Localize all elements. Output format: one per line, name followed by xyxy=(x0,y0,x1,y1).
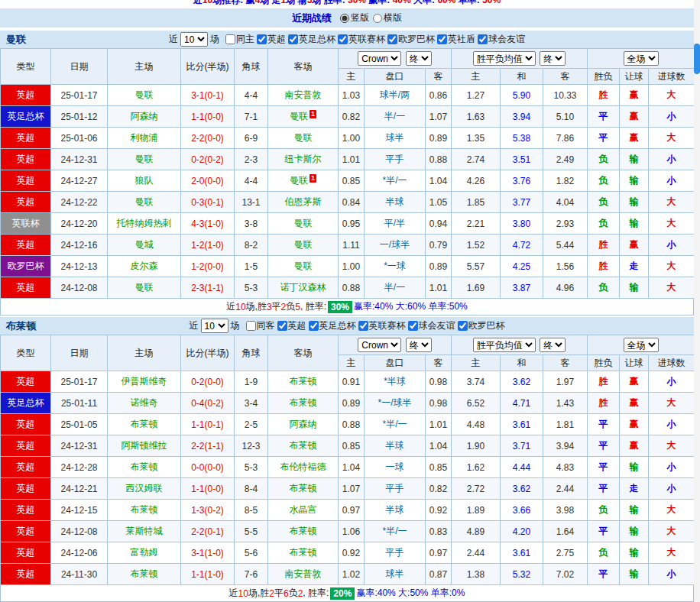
filter-checkbox[interactable] xyxy=(458,321,468,331)
filter-checkbox[interactable] xyxy=(277,321,287,331)
result-goals: 小 xyxy=(649,478,695,500)
filter-option-欧罗巴杯[interactable]: 欧罗巴杯 xyxy=(387,33,435,46)
filter-option-球会友谊[interactable]: 球会友谊 xyxy=(408,319,455,332)
section-home-team: 曼联 近 10 场 同主英超英足总杯英联赛杯欧罗巴杯英社盾球会友谊 类型 日期 … xyxy=(0,31,694,316)
filter-checkbox[interactable] xyxy=(225,34,235,44)
filter-option-英超[interactable]: 英超 xyxy=(277,319,306,332)
filter-option-同主[interactable]: 同主 xyxy=(225,33,254,46)
team-link[interactable]: 曼联 xyxy=(290,111,308,121)
bookmaker-select[interactable]: Crown xyxy=(358,338,401,352)
team-link[interactable]: 曼联 xyxy=(290,175,308,186)
team-link[interactable]: 曼联 xyxy=(135,89,154,100)
filter-checkbox[interactable] xyxy=(288,34,298,44)
team-link[interactable]: 布莱顿 xyxy=(131,504,158,515)
team-link[interactable]: 布莱顿 xyxy=(290,376,317,387)
team-link[interactable]: 布莱顿 xyxy=(131,568,158,579)
horizontal-layout-radio[interactable] xyxy=(373,14,382,23)
filter-option-英联赛杯[interactable]: 英联赛杯 xyxy=(338,33,385,46)
filter-checkbox[interactable] xyxy=(408,321,418,331)
team-link[interactable]: 水晶宫 xyxy=(290,504,317,515)
wdl-average-select[interactable]: 胜平负均值 xyxy=(473,338,536,352)
filter-checkbox[interactable] xyxy=(387,34,397,44)
vertical-layout-radio[interactable] xyxy=(340,14,349,23)
filter-option-英足总杯[interactable]: 英足总杯 xyxy=(288,33,335,46)
team-link[interactable]: 利物浦 xyxy=(131,132,158,143)
team-link[interactable]: 布莱顿 xyxy=(290,547,317,558)
table-header-row-1: 类型 日期 主场 比分(半场) 角球 客场 Crown 终 胜平负均值 终 xyxy=(1,49,695,69)
filter-checkbox[interactable] xyxy=(309,321,319,331)
team-link[interactable]: 阿森纳 xyxy=(131,111,158,121)
team-link[interactable]: 曼联 xyxy=(294,132,313,143)
filter-label: 英超 xyxy=(288,319,306,332)
result-handicap: 输 xyxy=(620,500,649,521)
match-row: 英超24-12-27狼队2-0(0-0)4-4曼联10.85*半/一1.044.… xyxy=(1,170,695,192)
recent-count-select[interactable]: 10 xyxy=(201,319,228,333)
filter-option-球会友谊[interactable]: 球会友谊 xyxy=(478,33,525,46)
team-link[interactable]: 曼联 xyxy=(294,239,313,250)
vertical-layout-label: 竖版 xyxy=(351,11,369,24)
home-team: 皮尔森 xyxy=(108,256,181,277)
filter-checkbox[interactable] xyxy=(358,321,368,331)
filter-checkbox[interactable] xyxy=(478,34,488,44)
team-link[interactable]: 阿斯顿维拉 xyxy=(122,440,167,451)
filter-option-英足总杯[interactable]: 英足总杯 xyxy=(309,319,356,332)
team-link[interactable]: 富勒姆 xyxy=(131,547,158,558)
team-link[interactable]: 莱斯特城 xyxy=(126,526,163,536)
team-link[interactable]: 曼城 xyxy=(135,239,154,250)
team-link[interactable]: 阿森纳 xyxy=(290,419,317,429)
team-link[interactable]: 西汉姆联 xyxy=(126,483,163,494)
odds-stage-select[interactable]: 终 xyxy=(540,51,566,66)
team-link[interactable]: 布莱顿 xyxy=(290,397,317,408)
team-link[interactable]: 曼联 xyxy=(135,154,154,164)
team-link[interactable]: 曼联 xyxy=(135,196,154,207)
bookmaker-select[interactable]: Crown xyxy=(358,51,401,66)
match-date: 25-01-11 xyxy=(51,393,108,414)
team-link[interactable]: 布伦特福德 xyxy=(280,461,326,472)
team-link[interactable]: 诺维奇 xyxy=(131,397,158,408)
team-link[interactable]: 布莱顿 xyxy=(131,461,158,472)
team-link[interactable]: 狼队 xyxy=(135,175,154,186)
team-link[interactable]: 布莱顿 xyxy=(290,483,317,494)
scrollbar-thumb[interactable] xyxy=(694,44,700,74)
wdl-average-select[interactable]: 胜平负均值 xyxy=(473,51,536,66)
away-team: 阿森纳 xyxy=(268,414,339,435)
filter-option-英联赛杯[interactable]: 英联赛杯 xyxy=(358,319,406,332)
scope-select[interactable]: 全场 xyxy=(624,338,659,352)
filter-option-英超[interactable]: 英超 xyxy=(257,33,286,46)
layout-option-vertical[interactable]: 竖版 xyxy=(340,11,369,24)
handicap-stage-select[interactable]: 终 xyxy=(406,51,432,66)
team-link[interactable]: 曼联 xyxy=(135,282,154,293)
filter-checkbox[interactable] xyxy=(257,34,267,44)
filter-checkbox[interactable] xyxy=(437,34,447,44)
team-link[interactable]: 南安普敦 xyxy=(285,89,322,100)
team-link[interactable]: 纽卡斯尔 xyxy=(285,154,322,164)
team-link[interactable]: 伯恩茅斯 xyxy=(285,196,322,207)
result-outcome: 平 xyxy=(588,106,620,128)
layout-option-horizontal[interactable]: 横版 xyxy=(373,11,402,24)
filter-option-欧罗巴杯[interactable]: 欧罗巴杯 xyxy=(458,319,505,332)
team-link[interactable]: 诺丁汉森林 xyxy=(280,282,326,293)
team-link[interactable]: 布莱顿 xyxy=(290,526,317,536)
team-link[interactable]: 皮尔森 xyxy=(131,261,158,271)
scope-select[interactable]: 全场 xyxy=(624,51,659,66)
team-link[interactable]: 布莱顿 xyxy=(290,440,317,451)
recent-count-select[interactable]: 10 xyxy=(180,32,208,47)
team-link[interactable]: 曼联 xyxy=(294,261,313,271)
result-outcome: 负 xyxy=(588,192,620,213)
team-link[interactable]: 布莱顿 xyxy=(131,419,158,429)
text-part: 30% xyxy=(328,301,352,313)
filter-checkbox[interactable] xyxy=(246,321,256,331)
col-header-score: 比分(半场) xyxy=(181,335,235,371)
text-part: 平 xyxy=(272,300,281,313)
team-link[interactable]: 托特纳姆热刺 xyxy=(117,218,172,228)
filter-checkbox[interactable] xyxy=(338,34,348,44)
filter-option-英社盾[interactable]: 英社盾 xyxy=(437,33,475,46)
odds-stage-select[interactable]: 终 xyxy=(540,338,566,352)
team-link[interactable]: 南安普敦 xyxy=(285,568,322,579)
filter-option-同客[interactable]: 同客 xyxy=(246,319,275,332)
team-link[interactable]: 曼联 xyxy=(294,218,313,228)
competition-badge: 英超 xyxy=(1,414,51,435)
handicap-stage-select[interactable]: 终 xyxy=(406,338,432,352)
team-link[interactable]: 伊普斯维奇 xyxy=(122,376,167,387)
scrollbar-track[interactable] xyxy=(694,0,700,602)
